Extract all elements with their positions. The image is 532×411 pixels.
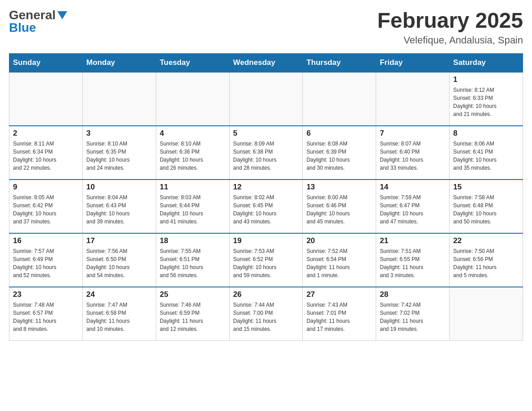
day-info: Sunrise: 7:43 AM Sunset: 7:01 PM Dayligh… [306,301,372,333]
day-number: 12 [233,183,299,192]
day-number: 7 [380,129,446,138]
table-row: 25Sunrise: 7:46 AM Sunset: 6:59 PM Dayli… [156,287,229,341]
day-number: 16 [13,236,79,245]
day-number: 21 [380,236,446,245]
calendar-table: Sunday Monday Tuesday Wednesday Thursday… [9,53,523,341]
day-info: Sunrise: 8:12 AM Sunset: 6:33 PM Dayligh… [453,86,519,118]
calendar-header-row: Sunday Monday Tuesday Wednesday Thursday… [9,53,523,72]
calendar-week-row: 9Sunrise: 8:05 AM Sunset: 6:42 PM Daylig… [9,180,523,233]
day-info: Sunrise: 8:09 AM Sunset: 6:38 PM Dayligh… [233,140,299,172]
table-row: 13Sunrise: 8:00 AM Sunset: 6:46 PM Dayli… [303,180,376,233]
day-number: 20 [306,236,372,245]
day-info: Sunrise: 8:04 AM Sunset: 6:43 PM Dayligh… [86,193,152,226]
day-number: 19 [233,236,299,245]
day-info: Sunrise: 7:57 AM Sunset: 6:49 PM Dayligh… [13,247,79,279]
table-row [376,72,450,126]
table-row: 26Sunrise: 7:44 AM Sunset: 7:00 PM Dayli… [229,287,303,341]
logo: General Blue [9,9,67,34]
col-wednesday: Wednesday [229,53,303,72]
table-row: 28Sunrise: 7:42 AM Sunset: 7:02 PM Dayli… [376,287,450,341]
day-info: Sunrise: 8:02 AM Sunset: 6:45 PM Dayligh… [233,193,299,226]
table-row: 3Sunrise: 8:10 AM Sunset: 6:35 PM Daylig… [82,126,156,180]
table-row: 2Sunrise: 8:11 AM Sunset: 6:34 PM Daylig… [9,126,83,180]
page-header: General Blue February 2025 Velefique, An… [9,9,523,46]
day-number: 14 [380,183,446,192]
table-row: 19Sunrise: 7:53 AM Sunset: 6:52 PM Dayli… [229,233,303,287]
day-number: 22 [453,236,519,245]
month-year-title: February 2025 [377,9,523,33]
day-info: Sunrise: 8:00 AM Sunset: 6:46 PM Dayligh… [306,193,372,226]
day-number: 4 [160,129,226,138]
calendar-week-row: 16Sunrise: 7:57 AM Sunset: 6:49 PM Dayli… [9,233,523,287]
day-number: 15 [453,183,519,192]
table-row: 17Sunrise: 7:56 AM Sunset: 6:50 PM Dayli… [82,233,156,287]
table-row: 11Sunrise: 8:03 AM Sunset: 6:44 PM Dayli… [156,180,229,233]
day-info: Sunrise: 7:42 AM Sunset: 7:02 PM Dayligh… [380,301,446,333]
day-info: Sunrise: 7:50 AM Sunset: 6:56 PM Dayligh… [453,247,519,279]
day-info: Sunrise: 7:51 AM Sunset: 6:55 PM Dayligh… [380,247,446,279]
table-row: 7Sunrise: 8:07 AM Sunset: 6:40 PM Daylig… [376,126,450,180]
col-friday: Friday [376,53,450,72]
logo-arrow-icon [57,9,67,21]
day-info: Sunrise: 8:03 AM Sunset: 6:44 PM Dayligh… [160,193,226,226]
day-info: Sunrise: 7:58 AM Sunset: 6:48 PM Dayligh… [453,193,519,226]
day-info: Sunrise: 8:11 AM Sunset: 6:34 PM Dayligh… [13,140,79,172]
day-info: Sunrise: 8:10 AM Sunset: 6:36 PM Dayligh… [160,140,226,172]
day-info: Sunrise: 8:05 AM Sunset: 6:42 PM Dayligh… [13,193,79,226]
day-number: 17 [86,236,152,245]
day-info: Sunrise: 8:06 AM Sunset: 6:41 PM Dayligh… [453,140,519,172]
day-info: Sunrise: 7:44 AM Sunset: 7:00 PM Dayligh… [233,301,299,333]
table-row [450,287,523,341]
day-info: Sunrise: 7:47 AM Sunset: 6:58 PM Dayligh… [86,301,152,333]
day-number: 2 [13,129,79,138]
day-info: Sunrise: 7:59 AM Sunset: 6:47 PM Dayligh… [380,193,446,226]
table-row: 5Sunrise: 8:09 AM Sunset: 6:38 PM Daylig… [229,126,303,180]
table-row: 18Sunrise: 7:55 AM Sunset: 6:51 PM Dayli… [156,233,229,287]
col-monday: Monday [82,53,156,72]
col-tuesday: Tuesday [156,53,229,72]
table-row: 10Sunrise: 8:04 AM Sunset: 6:43 PM Dayli… [82,180,156,233]
table-row: 23Sunrise: 7:48 AM Sunset: 6:57 PM Dayli… [9,287,83,341]
day-number: 1 [453,75,519,84]
day-info: Sunrise: 7:55 AM Sunset: 6:51 PM Dayligh… [160,247,226,279]
day-info: Sunrise: 7:46 AM Sunset: 6:59 PM Dayligh… [160,301,226,333]
day-number: 26 [233,290,299,299]
table-row [82,72,156,126]
table-row: 8Sunrise: 8:06 AM Sunset: 6:41 PM Daylig… [450,126,523,180]
table-row: 12Sunrise: 8:02 AM Sunset: 6:45 PM Dayli… [229,180,303,233]
table-row: 21Sunrise: 7:51 AM Sunset: 6:55 PM Dayli… [376,233,450,287]
day-number: 23 [13,290,79,299]
day-number: 28 [380,290,446,299]
day-number: 8 [453,129,519,138]
day-info: Sunrise: 7:56 AM Sunset: 6:50 PM Dayligh… [86,247,152,279]
day-number: 9 [13,183,79,192]
day-number: 3 [86,129,152,138]
col-thursday: Thursday [303,53,376,72]
table-row: 6Sunrise: 8:08 AM Sunset: 6:39 PM Daylig… [303,126,376,180]
day-number: 10 [86,183,152,192]
table-row: 15Sunrise: 7:58 AM Sunset: 6:48 PM Dayli… [450,180,523,233]
day-info: Sunrise: 7:48 AM Sunset: 6:57 PM Dayligh… [13,301,79,333]
day-info: Sunrise: 8:07 AM Sunset: 6:40 PM Dayligh… [380,140,446,172]
table-row: 16Sunrise: 7:57 AM Sunset: 6:49 PM Dayli… [9,233,83,287]
table-row: 27Sunrise: 7:43 AM Sunset: 7:01 PM Dayli… [303,287,376,341]
day-number: 18 [160,236,226,245]
table-row [156,72,229,126]
table-row [9,72,83,126]
table-row: 24Sunrise: 7:47 AM Sunset: 6:58 PM Dayli… [82,287,156,341]
table-row: 20Sunrise: 7:52 AM Sunset: 6:54 PM Dayli… [303,233,376,287]
col-saturday: Saturday [450,53,523,72]
calendar-week-row: 2Sunrise: 8:11 AM Sunset: 6:34 PM Daylig… [9,126,523,180]
day-number: 27 [306,290,372,299]
svg-marker-0 [57,11,67,19]
logo-general-text: General [9,9,56,21]
day-number: 5 [233,129,299,138]
table-row [229,72,303,126]
day-info: Sunrise: 8:08 AM Sunset: 6:39 PM Dayligh… [306,140,372,172]
calendar-week-row: 23Sunrise: 7:48 AM Sunset: 6:57 PM Dayli… [9,287,523,341]
calendar-week-row: 1Sunrise: 8:12 AM Sunset: 6:33 PM Daylig… [9,72,523,126]
day-info: Sunrise: 8:10 AM Sunset: 6:35 PM Dayligh… [86,140,152,172]
table-row: 1Sunrise: 8:12 AM Sunset: 6:33 PM Daylig… [450,72,523,126]
day-info: Sunrise: 7:53 AM Sunset: 6:52 PM Dayligh… [233,247,299,279]
day-info: Sunrise: 7:52 AM Sunset: 6:54 PM Dayligh… [306,247,372,279]
